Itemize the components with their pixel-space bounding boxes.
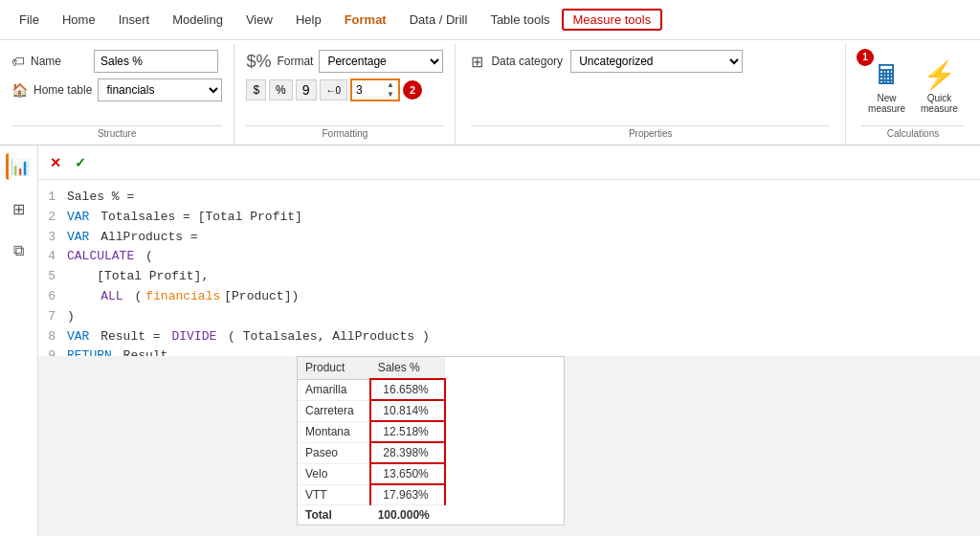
decimal-value[interactable] [356, 83, 385, 97]
cancel-button[interactable]: ✕ [46, 153, 65, 172]
line-num-3: 3 [46, 228, 63, 248]
code-result: Result [123, 346, 168, 356]
product-cell: Paseo [298, 442, 370, 463]
line-num-6: 6 [46, 287, 63, 307]
table-row: Amarilla 16.658% [298, 379, 445, 400]
code-var-3: VAR [67, 327, 97, 347]
sales-cell: 13.650% [370, 463, 445, 484]
name-icon: 🏷 [11, 54, 25, 69]
new-measure-wrapper: 1 🖩 Newmeasure [864, 55, 909, 118]
code-all-paren: ( [127, 287, 143, 307]
main-area: 📊 ⊞ ⧉ ✕ ✓ 1 Sales % = 2 VAR Totalsales [0, 145, 980, 536]
product-cell: Amarilla [298, 379, 370, 400]
menu-help[interactable]: Help [284, 9, 333, 31]
decimal-spinners[interactable]: ▲ ▼ [387, 80, 394, 100]
sales-cell: 17.963% [370, 484, 445, 505]
code-close-paren: ) [67, 307, 75, 327]
hometable-icon: 🏠 [11, 82, 28, 98]
product-cell: Carretera [298, 400, 370, 421]
datacategory-icon: ⊞ [471, 53, 483, 71]
structure-group: 🏷 Name 🏠 Home table financials Structure [0, 44, 234, 145]
hometable-label: Home table [33, 83, 92, 97]
code-line-9: 9 RETURN Result [46, 346, 980, 356]
code-var-2: VAR [67, 228, 97, 248]
code-line-5: 5 [Total Profit], [46, 267, 980, 287]
confirm-button[interactable]: ✓ [71, 153, 90, 172]
decrease-decimal-button[interactable]: ←0 [320, 79, 348, 100]
table-row: Paseo 28.398% [298, 442, 445, 463]
format-select[interactable]: Percentage Decimal number Whole number C… [319, 50, 443, 73]
dax-code-area[interactable]: 1 Sales % = 2 VAR Totalsales = [Total Pr… [38, 180, 980, 356]
code-and-results: 1 Sales % = 2 VAR Totalsales = [Total Pr… [38, 180, 980, 536]
sales-cell: 12.518% [370, 421, 445, 442]
formatting-label: Formatting [246, 125, 443, 139]
code-text-1: Sales % = [67, 188, 134, 208]
menu-file[interactable]: File [8, 9, 51, 31]
menu-measuretools[interactable]: Measure tools [562, 9, 663, 31]
comma-button[interactable]: 9 [296, 79, 317, 100]
line-num-1: 1 [46, 188, 63, 208]
product-cell: Montana [298, 421, 370, 442]
product-cell: VTT [298, 484, 370, 505]
line-num-8: 8 [46, 327, 63, 347]
format-buttons-row: $ % 9 ←0 ▲ ▼ 2 [246, 78, 443, 101]
code-total-profit: [Total Profit], [67, 267, 209, 287]
quick-measure-icon: ⚡ [922, 58, 956, 93]
new-measure-icon: 🖩 [870, 58, 904, 93]
code-divide-args: ( Totalsales, AllProducts ) [220, 327, 429, 347]
menu-datadrill[interactable]: Data / Drill [398, 9, 479, 31]
properties-label: Properties [471, 125, 830, 139]
name-input[interactable] [94, 50, 218, 73]
menu-insert[interactable]: Insert [107, 9, 162, 31]
sidebar-icon-model[interactable]: ⧉ [6, 237, 33, 264]
datacategory-select[interactable]: Uncategorized Address City Country URL [570, 50, 743, 73]
ribbon: 🏷 Name 🏠 Home table financials Structure… [0, 40, 980, 145]
table-row: Velo 13.650% [298, 463, 445, 484]
code-result-var: Result = [100, 327, 167, 347]
menu-home[interactable]: Home [51, 9, 107, 31]
left-sidebar: 📊 ⊞ ⧉ [0, 145, 38, 536]
code-line-6: 6 ALL ( financials [Product]) [46, 287, 980, 307]
line-num-4: 4 [46, 247, 63, 267]
menu-view[interactable]: View [234, 9, 284, 31]
name-label: Name [31, 55, 88, 68]
hometable-select[interactable]: financials [98, 78, 222, 101]
sidebar-icon-chart[interactable]: 📊 [6, 153, 33, 180]
code-paren-open: ( [138, 247, 153, 267]
total-row: Total 100.000% [298, 505, 445, 525]
result-table: Product Sales % Amarilla 16.658% Carrete… [298, 357, 446, 525]
spinner-up[interactable]: ▲ [387, 80, 394, 90]
calculations-group: 1 🖩 Newmeasure ⚡ Quickmeasure Calculatio… [846, 44, 980, 145]
currency-button[interactable]: $ [246, 79, 266, 100]
sales-cell: 28.398% [370, 442, 445, 463]
hometable-row: 🏠 Home table financials [11, 78, 222, 101]
code-calculate: CALCULATE [67, 247, 134, 267]
menu-format[interactable]: Format [333, 9, 398, 31]
badge-2: 2 [403, 80, 422, 100]
code-line-8: 8 VAR Result = DIVIDE ( Totalsales, AllP… [46, 327, 980, 347]
code-line-3: 3 VAR AllProducts = [46, 228, 980, 248]
spinner-down[interactable]: ▼ [387, 90, 394, 100]
code-divide: DIVIDE [171, 327, 216, 347]
properties-group: ⊞ Data category Uncategorized Address Ci… [456, 44, 846, 145]
calc-buttons: 1 🖩 Newmeasure ⚡ Quickmeasure [864, 50, 962, 122]
quick-measure-button[interactable]: ⚡ Quickmeasure [917, 55, 962, 118]
code-line-2: 2 VAR Totalsales = [Total Profit] [46, 208, 980, 228]
name-row: 🏷 Name [11, 50, 222, 73]
code-product: [Product]) [224, 287, 299, 307]
menu-bar: File Home Insert Modeling View Help Form… [0, 0, 980, 40]
line-num-7: 7 [46, 307, 63, 327]
col-product: Product [298, 357, 370, 379]
decimal-places-input[interactable]: ▲ ▼ [350, 78, 400, 101]
percent-button[interactable]: % [269, 79, 293, 100]
menu-modeling[interactable]: Modeling [161, 9, 234, 31]
line-num-9: 9 [46, 346, 63, 356]
total-value: 100.000% [370, 505, 445, 525]
calculations-label: Calculations [861, 125, 965, 139]
sidebar-icon-table[interactable]: ⊞ [6, 195, 33, 222]
sales-cell: 16.658% [370, 379, 445, 400]
format-row: $% Format Percentage Decimal number Whol… [246, 50, 443, 73]
table-row: VTT 17.963% [298, 484, 445, 505]
code-line-1: 1 Sales % = [46, 188, 980, 208]
menu-tabletools[interactable]: Table tools [479, 9, 561, 31]
